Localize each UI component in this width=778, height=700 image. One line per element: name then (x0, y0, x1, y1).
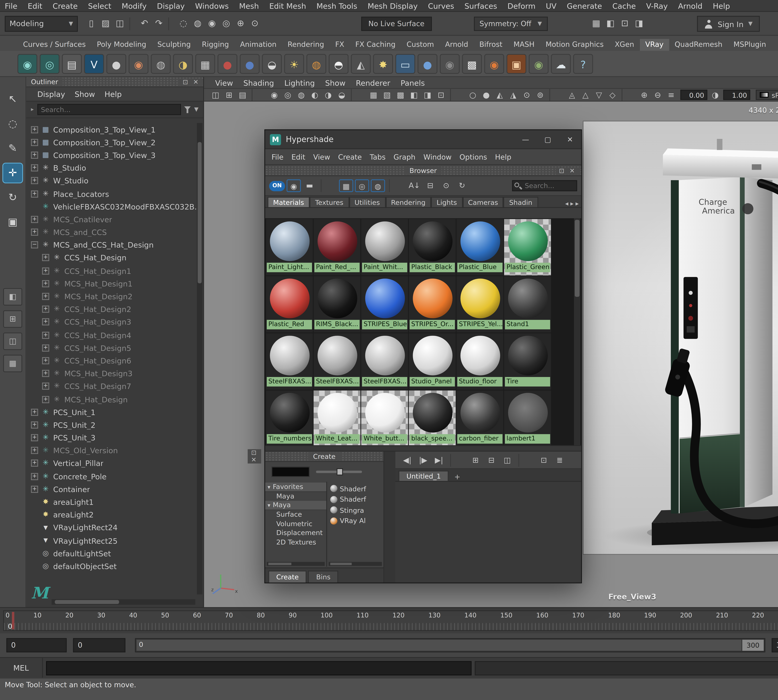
viewport-toolbar-icon[interactable]: ◨ (421, 89, 434, 101)
browser-tab[interactable]: Cameras (462, 197, 504, 207)
create-panel-tab[interactable]: Bins (308, 571, 339, 583)
expander-icon[interactable]: + (31, 152, 38, 159)
viewport-toolbar-icon[interactable]: ◍ (295, 89, 308, 101)
outliner-horizontal-scrollbar[interactable] (52, 599, 195, 605)
viewport-toolbar-icon[interactable]: ◧ (407, 89, 421, 101)
viewport-toolbar-icon[interactable] (450, 89, 464, 101)
playback-end-field[interactable]: 300 (771, 638, 778, 652)
menubar-item[interactable]: Help (713, 1, 730, 10)
material-swatch[interactable]: Studio_Panel (409, 333, 456, 390)
time-slider-ruler[interactable]: 0102030405060708090100110120130140150160… (3, 610, 778, 631)
shelf-tab[interactable]: Animation (234, 39, 282, 51)
vray-logo-icon[interactable]: V (84, 53, 104, 73)
status-icon[interactable] (129, 17, 135, 30)
layout-preset-button[interactable]: ▦ (3, 355, 22, 372)
shelf-tab[interactable]: Motion Graphics (540, 39, 609, 51)
outliner-item[interactable]: + Composition_3_Top_View_3 (26, 149, 197, 162)
shelf-tab[interactable]: Arnold (439, 39, 474, 51)
viewport-menu-item[interactable]: Renderer (356, 78, 390, 87)
menubar-item[interactable]: Generate (567, 1, 602, 10)
outliner-item[interactable]: defaultObjectSet (26, 560, 197, 573)
hypershade-menu-item[interactable]: File (272, 153, 284, 161)
list-view-icon[interactable]: ⊟ (423, 179, 437, 192)
viewport-toolbar-icon[interactable]: ⊕ (638, 89, 651, 101)
expander-icon[interactable]: + (31, 473, 38, 480)
outliner-item[interactable]: + PCS_Unit_3 (26, 432, 197, 444)
viewport-toolbar-icon[interactable]: ◫ (209, 89, 222, 101)
vray-torus-icon[interactable]: ◍ (306, 53, 326, 73)
shelf-tab[interactable]: QuadRemesh (669, 39, 728, 51)
vray-flame-icon[interactable]: ◉ (484, 53, 504, 73)
outliner-item[interactable]: defaultLightSet (26, 547, 197, 560)
panel-header-icons[interactable]: ⊡ ✕ (179, 78, 203, 85)
graph-output-icon[interactable]: |▶ (416, 453, 430, 466)
outliner-header[interactable]: Outliner ⊡ ✕ (26, 77, 203, 87)
outliner-menu-item[interactable]: Display (37, 90, 65, 98)
vray-mtl-orange-icon[interactable]: ◉ (129, 53, 149, 73)
material-swatch[interactable]: black_spee... (409, 390, 456, 445)
outliner-item[interactable]: + W_Studio (26, 174, 197, 187)
create-category[interactable]: Volumetric (265, 519, 326, 528)
vray-proxy-icon[interactable]: ◎ (40, 53, 60, 73)
material-swatch[interactable]: Paint_Light... (266, 219, 313, 275)
outliner-item[interactable]: + Container (26, 483, 197, 496)
vray-cloud-icon[interactable]: ☁ (551, 53, 571, 73)
outliner-item[interactable]: VRayLightRect25 (26, 534, 197, 547)
rearrange-graph-icon[interactable]: ⊡ (537, 453, 551, 466)
menubar-item[interactable]: Create (53, 1, 78, 10)
paint-select-tool[interactable]: ✎ (3, 139, 22, 158)
sign-in-button[interactable]: Sign In ▼ (697, 16, 760, 32)
viewport-toolbar-icon[interactable]: ⊡ (434, 89, 448, 101)
menubar-item[interactable]: Edit (28, 1, 42, 10)
gamma-icon[interactable]: ◑ (710, 89, 721, 101)
shader-type-item[interactable]: Stingra (327, 505, 383, 515)
graph-toolbar-icon[interactable] (450, 453, 464, 466)
expander-icon[interactable]: + (31, 228, 38, 236)
viewport-toolbar-icon[interactable]: ● (479, 89, 493, 101)
collapse-panel-icon[interactable]: ▬ (302, 179, 317, 192)
material-swatch[interactable]: carbon_fiber (457, 390, 503, 445)
vray-rect-light-icon[interactable]: ▭ (396, 53, 415, 73)
work-area-tab[interactable]: Untitled_1 (399, 471, 449, 481)
hypershade-menu-item[interactable]: Create (338, 153, 362, 161)
viewport-toolbar-icon[interactable]: ⊙ (520, 89, 534, 101)
save-scene-icon[interactable]: ◫ (113, 16, 127, 31)
range-slider-track[interactable]: 0 300 (135, 638, 765, 652)
vray-photo-icon[interactable]: ▣ (506, 53, 526, 73)
viewport-toolbar-icon[interactable]: ▩ (394, 89, 407, 101)
expander-icon[interactable]: + (31, 434, 38, 442)
expander-icon[interactable]: + (31, 447, 38, 454)
create-category[interactable]: 2D Textures (265, 537, 326, 547)
outliner-item[interactable]: + Place_Locators (26, 187, 197, 200)
clear-graph-icon[interactable]: ◫ (500, 453, 514, 466)
outliner-menu-item[interactable]: Help (105, 90, 122, 98)
viewport-toolbar-icon[interactable]: ◑ (321, 89, 335, 101)
expander-icon[interactable]: + (31, 485, 38, 493)
expander-icon[interactable]: + (42, 267, 49, 274)
chevron-down-icon[interactable]: ▼ (194, 107, 199, 113)
viewport-toolbar-icon[interactable]: ◎ (281, 89, 295, 101)
hypershade-menu-item[interactable]: Graph (394, 153, 416, 161)
shelf-tab[interactable]: VRay (639, 39, 669, 51)
node-graph-canvas[interactable] (396, 482, 581, 583)
material-swatch[interactable]: SteelFBXAS... (361, 333, 408, 390)
hypershade-titlebar[interactable]: M Hypershade —▢✕ (265, 130, 581, 149)
expander-icon[interactable]: + (42, 344, 49, 352)
playback-start-field[interactable]: 0 (73, 638, 125, 652)
outliner-item[interactable]: areaLight1 (26, 496, 197, 508)
menubar-item[interactable]: Cache (613, 1, 636, 10)
viewport-toolbar-icon[interactable]: ◐ (308, 89, 322, 101)
outliner-item[interactable]: + MCS_Hat_Design1 (26, 277, 197, 290)
materials-filter-icon[interactable]: ◉ (287, 179, 301, 192)
viewport-toolbar-icon[interactable] (549, 89, 563, 101)
rotate-tool[interactable]: ↻ (3, 188, 22, 207)
lights-filter-icon[interactable]: ◍ (371, 179, 385, 192)
material-search-input[interactable] (512, 180, 577, 191)
vray-dome-icon[interactable]: ◒ (262, 53, 282, 73)
outliner-item[interactable]: + Concrete_Pole (26, 470, 197, 483)
material-swatch[interactable]: SteelFBXAS... (314, 333, 361, 390)
shader-type-item[interactable]: Shaderf (327, 483, 383, 494)
expander-icon[interactable]: + (31, 408, 38, 416)
expander-icon[interactable]: + (31, 164, 38, 172)
shader-list-scrollbar[interactable] (329, 562, 382, 566)
